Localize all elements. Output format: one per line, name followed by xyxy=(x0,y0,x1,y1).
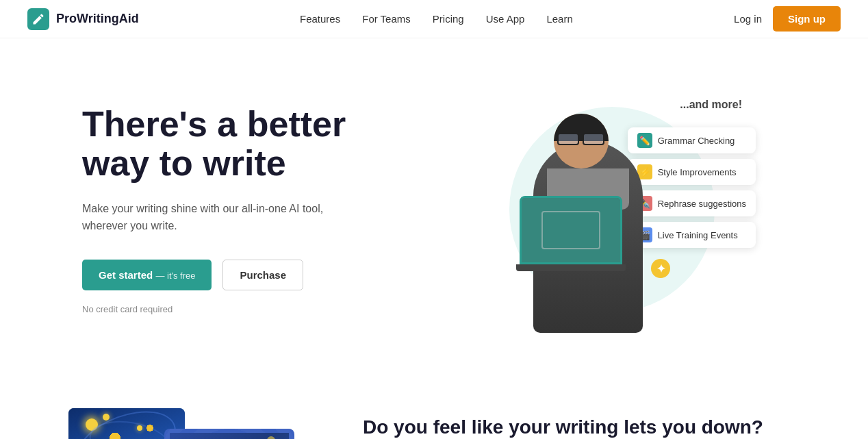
section2-title: Do you feel like your writing lets you d… xyxy=(363,415,813,439)
no-credit-text: No credit card required xyxy=(82,304,411,314)
logo-text: ProWritingAid xyxy=(56,12,139,26)
logo-icon xyxy=(27,8,49,30)
person-illustration xyxy=(520,114,656,333)
login-button[interactable]: Log in xyxy=(734,13,762,25)
nav-links: Features For Teams Pricing Use App Learn xyxy=(300,13,573,25)
logo-area[interactable]: ProWritingAid xyxy=(27,8,139,30)
hero-illustration: ✦ ...and more! ✏️ Grammar Checking ⚡ Sty… xyxy=(482,86,742,333)
hero-right: ✦ ...and more! ✏️ Grammar Checking ⚡ Sty… xyxy=(411,79,813,340)
more-label: ...and more! xyxy=(680,99,742,111)
hero-title: There's a better way to write xyxy=(82,105,411,183)
purchase-button[interactable]: Purchase xyxy=(222,260,303,290)
nav-use-app[interactable]: Use App xyxy=(486,13,525,25)
navbar: ProWritingAid Features For Teams Pricing… xyxy=(0,0,868,38)
section2-right: Do you feel like your writing lets you d… xyxy=(363,408,813,439)
painting-overlay xyxy=(164,429,294,439)
section2: My idea in my head Do you feel like your… xyxy=(0,381,868,439)
hero-buttons: Get started — it's free Purchase xyxy=(82,260,411,290)
nav-learn[interactable]: Learn xyxy=(546,13,572,25)
nav-pricing[interactable]: Pricing xyxy=(433,13,464,25)
artwork-area: My idea in my head xyxy=(68,408,308,439)
nav-for-teams[interactable]: For Teams xyxy=(362,13,411,25)
hero-subtitle: Make your writing shine with our all-in-… xyxy=(82,200,342,235)
get-started-button[interactable]: Get started — it's free xyxy=(82,260,212,290)
nav-right: Log in Sign up xyxy=(734,6,841,32)
hero-left: There's a better way to write Make your … xyxy=(82,105,411,314)
hero-section: There's a better way to write Make your … xyxy=(0,38,868,381)
nav-features[interactable]: Features xyxy=(300,13,340,25)
signup-button[interactable]: Sign up xyxy=(773,6,841,32)
